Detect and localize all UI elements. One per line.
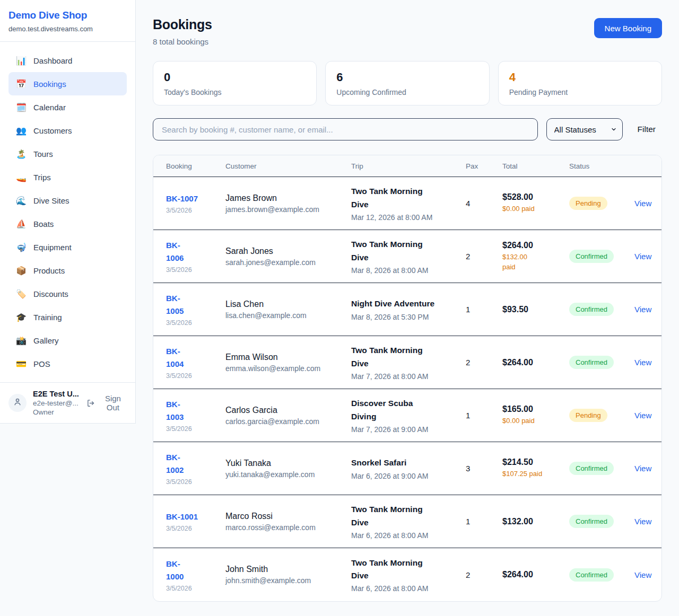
- status-cell: Confirmed: [569, 515, 634, 528]
- booking-cell: BK-1001 3/5/2026: [166, 511, 225, 532]
- total-amount: $264.00: [502, 241, 569, 250]
- sidebar-item-boats[interactable]: ⛵ Boats: [8, 212, 127, 235]
- sign-out-label: Sign Out: [99, 394, 127, 412]
- table-row: BK- 1000 3/5/2026 John Smith john.smith@…: [153, 548, 661, 601]
- pax-count: 3: [466, 464, 502, 473]
- booking-id-link[interactable]: BK-1007: [166, 192, 225, 205]
- customer-name: Sarah Jones: [225, 247, 351, 256]
- sidebar-item-calendar[interactable]: 🗓️ Calendar: [8, 95, 127, 119]
- view-link[interactable]: View: [634, 358, 651, 367]
- booking-cell: BK- 1000 3/5/2026: [166, 558, 225, 592]
- search-input[interactable]: [153, 118, 538, 140]
- customer-cell: Sarah Jones sarah.jones@example.com: [225, 247, 351, 267]
- sidebar-item-pos[interactable]: 💳 POS: [8, 352, 127, 375]
- sidebar-item-training[interactable]: 🎓 Training: [8, 305, 127, 329]
- user-info: E2E Test U... e2e-tester@... Owner: [33, 390, 80, 416]
- status-cell: Confirmed: [569, 303, 634, 316]
- view-link[interactable]: View: [634, 464, 651, 473]
- booking-id-link[interactable]: BK- 1004: [166, 345, 225, 371]
- view-link[interactable]: View: [634, 411, 651, 420]
- paid-amount: $0.00 paid: [502, 416, 569, 426]
- booking-cell: BK- 1005 3/5/2026: [166, 292, 225, 327]
- total-amount: $132.00: [502, 517, 569, 526]
- sidebar-item-label: Tours: [33, 149, 53, 159]
- trips-icon: 🚤: [16, 172, 27, 182]
- filter-button[interactable]: Filter: [631, 125, 662, 134]
- booking-id-link[interactable]: BK- 1000: [166, 558, 225, 583]
- customer-email: lisa.chen@example.com: [225, 311, 351, 320]
- trip-datetime: Mar 6, 2026 at 9:00 AM: [351, 472, 466, 480]
- stat-card: 4 Pending Payment: [498, 61, 662, 105]
- booking-date: 3/5/2026: [166, 525, 225, 532]
- customer-name: Marco Rossi: [225, 512, 351, 521]
- view-link[interactable]: View: [634, 570, 651, 579]
- booking-id-link[interactable]: BK- 1006: [166, 239, 225, 265]
- customer-email: carlos.garcia@example.com: [225, 417, 351, 426]
- total-cell: $528.00 $0.00 paid: [502, 192, 569, 214]
- view-link[interactable]: View: [634, 517, 651, 526]
- sidebar-item-dive-sites[interactable]: 🌊 Dive Sites: [8, 189, 127, 212]
- booking-id-link[interactable]: BK- 1005: [166, 292, 225, 318]
- trip-name: Two Tank Morning Dive: [351, 185, 466, 210]
- stat-label: Pending Payment: [509, 88, 651, 96]
- status-filter-select[interactable]: All Statuses: [546, 118, 623, 140]
- pos-icon: 💳: [16, 359, 27, 369]
- trip-cell: Night Dive Adventure Mar 8, 2026 at 5:30…: [351, 297, 466, 321]
- status-filter: All Statuses: [546, 118, 623, 140]
- stat-card: 6 Upcoming Confirmed: [325, 61, 489, 105]
- table-row: BK- 1002 3/5/2026 Yuki Tanaka yuki.tanak…: [153, 442, 661, 495]
- sidebar-item-customers[interactable]: 👥 Customers: [8, 119, 127, 142]
- status-cell: Pending: [569, 409, 634, 422]
- customer-cell: James Brown james.brown@example.com: [225, 193, 351, 214]
- sidebar: Demo Dive Shop demo.test.divestreams.com…: [0, 0, 136, 424]
- trip-name: Two Tank Morning Dive: [351, 557, 466, 582]
- sidebar-item-dashboard[interactable]: 📊 Dashboard: [8, 49, 127, 72]
- equipment-icon: 🤿: [16, 242, 27, 252]
- trip-cell: Two Tank Morning Dive Mar 6, 2026 at 8:0…: [351, 503, 466, 539]
- booking-date: 3/5/2026: [166, 207, 225, 214]
- sidebar-item-label: Bookings: [33, 80, 66, 89]
- total-amount: $264.00: [502, 358, 569, 367]
- total-amount: $165.00: [502, 404, 569, 414]
- sign-out-button[interactable]: Sign Out: [86, 394, 127, 412]
- trip-name: Snorkel Safari: [351, 456, 466, 469]
- view-link[interactable]: View: [634, 305, 651, 314]
- status-cell: Confirmed: [569, 356, 634, 369]
- booking-cell: BK-1007 3/5/2026: [166, 192, 225, 214]
- sidebar-header: Demo Dive Shop demo.test.divestreams.com: [0, 0, 135, 42]
- view-link[interactable]: View: [634, 199, 651, 208]
- sidebar-item-trips[interactable]: 🚤 Trips: [8, 165, 127, 189]
- customer-email: emma.wilson@example.com: [225, 364, 351, 373]
- dashboard-icon: 📊: [16, 56, 27, 66]
- trip-datetime: Mar 6, 2026 at 8:00 AM: [351, 584, 466, 593]
- status-badge: Confirmed: [569, 356, 614, 369]
- total-amount: $214.50: [502, 457, 569, 467]
- customer-cell: Carlos Garcia carlos.garcia@example.com: [225, 406, 351, 426]
- filters-row: All Statuses Filter: [153, 118, 662, 140]
- sidebar-item-tours[interactable]: 🏝️ Tours: [8, 142, 127, 165]
- sidebar-item-equipment[interactable]: 🤿 Equipment: [8, 235, 127, 259]
- sidebar-item-discounts[interactable]: 🏷️ Discounts: [8, 282, 127, 305]
- sidebar-item-products[interactable]: 📦 Products: [8, 259, 127, 282]
- booking-id-link[interactable]: BK-1001: [166, 511, 225, 523]
- stat-value: 4: [509, 71, 651, 84]
- sidebar-item-bookings[interactable]: 📅 Bookings: [8, 72, 127, 95]
- booking-date: 3/5/2026: [166, 319, 225, 327]
- booking-date: 3/5/2026: [166, 478, 225, 486]
- view-link[interactable]: View: [634, 252, 651, 261]
- table-row: BK- 1005 3/5/2026 Lisa Chen lisa.chen@ex…: [153, 283, 661, 336]
- pax-count: 1: [466, 305, 502, 314]
- sidebar-item-gallery[interactable]: 📸 Gallery: [8, 329, 127, 352]
- main-content: Bookings 8 total bookings New Booking 0 …: [136, 0, 679, 616]
- trip-cell: Snorkel Safari Mar 6, 2026 at 9:00 AM: [351, 456, 466, 480]
- page-header: Bookings 8 total bookings New Booking: [153, 17, 662, 46]
- customer-name: John Smith: [225, 565, 351, 574]
- customer-email: sarah.jones@example.com: [225, 258, 351, 267]
- booking-id-link[interactable]: BK- 1002: [166, 451, 225, 477]
- table-body: BK-1007 3/5/2026 James Brown james.brown…: [153, 177, 661, 601]
- discounts-icon: 🏷️: [16, 289, 27, 299]
- booking-id-link[interactable]: BK- 1003: [166, 398, 225, 424]
- new-booking-button[interactable]: New Booking: [594, 18, 662, 38]
- customer-name: Yuki Tanaka: [225, 459, 351, 468]
- trip-datetime: Mar 7, 2026 at 9:00 AM: [351, 425, 466, 434]
